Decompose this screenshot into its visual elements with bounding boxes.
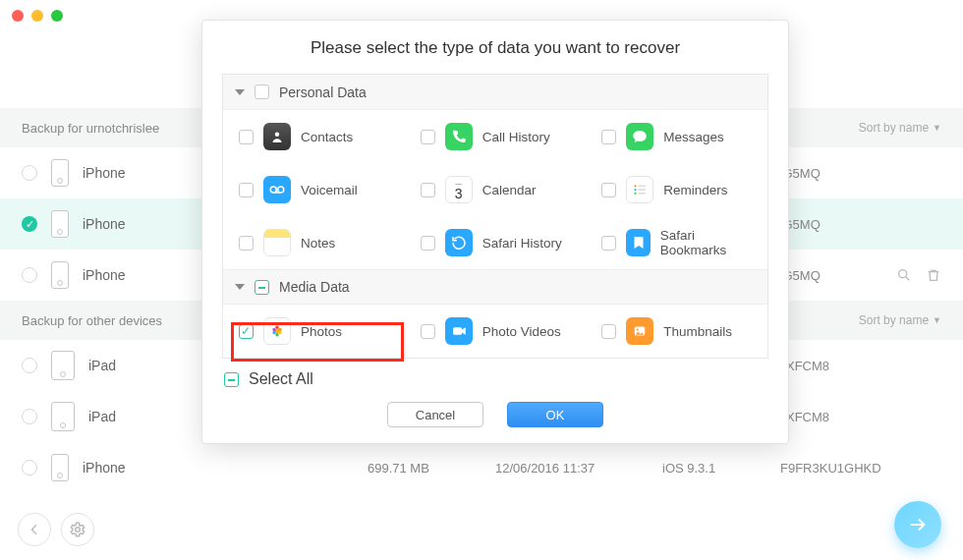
item-messages[interactable]: Messages [586, 110, 767, 163]
svg-rect-8 [639, 186, 647, 188]
search-icon[interactable] [896, 267, 912, 283]
calendar-icon: —3 [445, 176, 473, 203]
ipad-icon [51, 351, 75, 380]
checkbox[interactable] [421, 130, 435, 144]
trash-icon[interactable] [926, 267, 941, 283]
collapse-icon [235, 284, 245, 290]
checkbox[interactable] [239, 183, 254, 197]
svg-point-11 [635, 193, 637, 195]
svg-point-0 [899, 270, 907, 278]
recover-type-modal: Please select the type of data you want … [201, 20, 789, 444]
iphone-icon [51, 261, 69, 289]
checkbox[interactable] [601, 183, 616, 197]
svg-point-3 [275, 133, 280, 138]
footer-controls [18, 513, 94, 546]
radio[interactable] [22, 358, 37, 373]
svg-point-19 [272, 328, 275, 331]
select-all-label: Select All [249, 370, 313, 388]
category-label: Personal Data [279, 84, 367, 100]
collapse-icon [235, 89, 245, 95]
ipad-icon [51, 402, 75, 431]
svg-point-17 [275, 333, 278, 336]
item-voicemail[interactable]: Voicemail [223, 163, 405, 216]
svg-rect-10 [639, 189, 647, 191]
radio[interactable] [22, 409, 37, 424]
item-thumbnails[interactable]: Thumbnails [586, 305, 767, 358]
svg-point-2 [76, 528, 81, 532]
settings-button[interactable] [61, 513, 94, 546]
svg-point-15 [278, 328, 281, 331]
category-personal[interactable]: Personal Data [223, 75, 767, 110]
checkbox[interactable] [421, 324, 435, 339]
category-checkbox[interactable] [255, 280, 269, 295]
svg-point-4 [270, 187, 276, 193]
radio[interactable] [22, 165, 37, 181]
svg-point-16 [278, 331, 281, 334]
svg-point-5 [278, 187, 284, 193]
svg-line-1 [906, 277, 910, 281]
safari-bookmarks-icon [626, 229, 650, 256]
checkbox[interactable] [239, 236, 254, 251]
svg-point-18 [272, 331, 275, 334]
photos-icon [263, 317, 291, 345]
contacts-icon [263, 123, 291, 150]
checkbox[interactable] [421, 183, 435, 197]
iphone-icon [51, 159, 69, 187]
ok-button[interactable]: OK [507, 402, 603, 427]
iphone-icon [51, 210, 69, 238]
cancel-button[interactable]: Cancel [387, 402, 483, 427]
item-notes[interactable]: Notes [223, 216, 405, 269]
sort-control[interactable]: Sort by name ▼ [859, 313, 941, 327]
chevron-down-icon: ▼ [933, 123, 941, 133]
item-photos[interactable]: Photos [223, 305, 405, 358]
item-call-history[interactable]: Call History [405, 110, 587, 163]
messages-icon [626, 123, 653, 150]
section-title: Backup for urnotchrislee [22, 121, 159, 136]
item-photo-videos[interactable]: Photo Videos [405, 305, 587, 358]
notes-icon [263, 229, 291, 256]
item-safari-bookmarks[interactable]: Safari Bookmarks [586, 216, 767, 269]
checkbox[interactable] [239, 324, 254, 339]
checkbox[interactable] [239, 130, 254, 144]
safari-history-icon [445, 229, 473, 256]
photo-videos-icon [445, 317, 473, 345]
radio[interactable] [22, 267, 37, 283]
select-all-checkbox[interactable] [224, 372, 239, 387]
item-safari-history[interactable]: Safari History [405, 216, 587, 269]
svg-point-14 [275, 326, 278, 329]
checkbox[interactable] [421, 236, 435, 251]
thumbnails-icon [626, 317, 653, 345]
category-checkbox[interactable] [255, 84, 269, 99]
svg-point-9 [635, 189, 637, 191]
reminders-icon [626, 176, 653, 203]
modal-title: Please select the type of data you want … [222, 38, 768, 58]
svg-rect-20 [453, 327, 462, 335]
svg-rect-12 [639, 193, 647, 195]
category-media[interactable]: Media Data [223, 269, 767, 305]
item-calendar[interactable]: —3 Calendar [405, 163, 587, 216]
chevron-down-icon: ▼ [933, 315, 941, 325]
checkbox[interactable] [601, 130, 616, 144]
sort-control[interactable]: Sort by name ▼ [859, 121, 941, 135]
checkbox[interactable] [601, 324, 616, 339]
radio[interactable] [22, 216, 37, 232]
iphone-icon [51, 454, 69, 481]
section-title: Backup for other devices [22, 313, 162, 328]
phone-icon [445, 123, 473, 150]
voicemail-icon [263, 176, 291, 203]
next-button[interactable] [894, 501, 941, 548]
back-button[interactable] [18, 513, 51, 546]
svg-point-7 [635, 185, 637, 187]
svg-point-22 [637, 328, 639, 330]
radio[interactable] [22, 460, 37, 476]
category-label: Media Data [279, 279, 350, 295]
item-contacts[interactable]: Contacts [223, 110, 405, 163]
backup-row[interactable]: iPhone 699.71 MB 12/06/2016 11:37 iOS 9.… [0, 442, 963, 493]
checkbox[interactable] [601, 236, 616, 251]
item-reminders[interactable]: Reminders [586, 163, 767, 216]
